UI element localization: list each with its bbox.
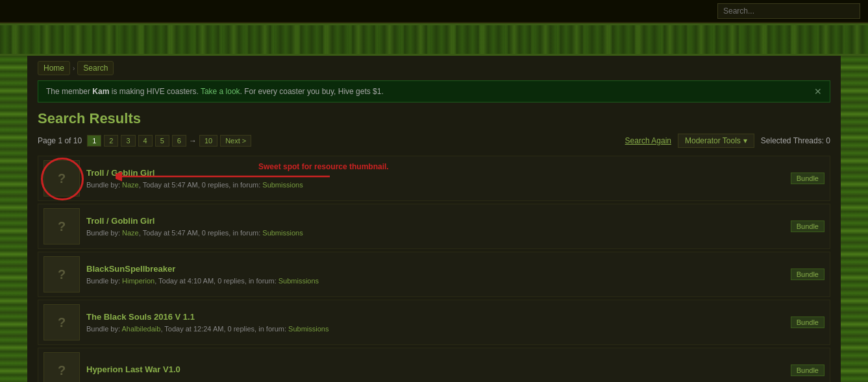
- result-badge-0: Bundle: [791, 173, 825, 184]
- result-badge-4: Bundle: [791, 364, 825, 376]
- search-again-button[interactable]: Search Again: [625, 136, 671, 145]
- result-forum-0[interactable]: Submissions: [262, 181, 303, 189]
- result-meta-3: Bundle by: Ahalbiledaib, Today at 12:24 …: [86, 325, 329, 333]
- page-btn-last[interactable]: 10: [199, 135, 217, 147]
- moderator-tools-label: Moderator Tools: [685, 136, 741, 145]
- chevron-down-icon: ▾: [743, 136, 747, 145]
- notification-suffix: . For every coaster you buy, Hive gets $…: [240, 87, 384, 96]
- page-btn-5[interactable]: 5: [155, 135, 169, 147]
- breadcrumb-home[interactable]: Home: [38, 61, 70, 75]
- selected-threads-label: Selected Threads: 0: [761, 136, 830, 145]
- content-area: Home › Search The member Kam is making H…: [27, 56, 841, 382]
- annotation-wrapper: ? Troll / Goblin Girl Bundle by: Naze, T…: [38, 156, 830, 201]
- result-info-2: BlackSunSpellbreaker Bundle by: Himperio…: [86, 264, 786, 285]
- result-badge-2: Bundle: [791, 269, 825, 280]
- result-info-0: Troll / Goblin Girl Bundle by: Naze, Tod…: [86, 168, 786, 189]
- vine-col-right: [841, 56, 868, 382]
- moderator-tools-button[interactable]: Moderator Tools ▾: [678, 134, 754, 148]
- result-author-1[interactable]: Naze: [122, 229, 139, 237]
- result-title-1[interactable]: Troll / Goblin Girl: [86, 216, 786, 226]
- thumb-placeholder-icon: ?: [58, 171, 66, 186]
- pagination-left: Page 1 of 10 1 2 3 4 5 6 → 10 Next >: [38, 135, 251, 147]
- page-btn-2[interactable]: 2: [104, 135, 118, 147]
- result-title-3[interactable]: The Black Souls 2016 V 1.1: [86, 312, 786, 322]
- page-btn-1[interactable]: 1: [87, 135, 101, 147]
- notification-close-button[interactable]: ✕: [814, 86, 822, 97]
- page-info: Page 1 of 10: [38, 136, 82, 145]
- page-btn-3[interactable]: 3: [121, 135, 135, 147]
- result-title-0[interactable]: Troll / Goblin Girl: [86, 168, 786, 178]
- result-thumb-0: ?: [43, 160, 80, 197]
- result-thumb-1: ?: [43, 208, 80, 245]
- notification-link[interactable]: Take a look: [201, 87, 240, 96]
- thumb-placeholder-icon-2: ?: [58, 267, 66, 282]
- result-thumb-2: ?: [43, 256, 80, 292]
- page-btn-next[interactable]: Next >: [220, 135, 251, 147]
- result-meta-1: Bundle by: Naze, Today at 5:47 AM, 0 rep…: [86, 229, 303, 237]
- result-row-3: ? The Black Souls 2016 V 1.1 Bundle by: …: [38, 300, 830, 345]
- result-row-1: ? Troll / Goblin Girl Bundle by: Naze, T…: [38, 204, 830, 249]
- notification-member: Kam: [92, 87, 109, 96]
- result-title-4[interactable]: Hyperion Last War V1.0: [86, 364, 786, 374]
- breadcrumb-sep1: ›: [73, 65, 75, 72]
- result-forum-2[interactable]: Submissions: [279, 277, 319, 285]
- result-thumb-4: ?: [43, 352, 80, 382]
- result-info-1: Troll / Goblin Girl Bundle by: Naze, Tod…: [86, 216, 786, 237]
- result-row-2: ? BlackSunSpellbreaker Bundle by: Himper…: [38, 252, 830, 297]
- search-results-title: Search Results: [38, 110, 830, 127]
- result-meta-2: Bundle by: Himperion, Today at 4:10 AM, …: [86, 277, 319, 285]
- result-author-0[interactable]: Naze: [122, 181, 139, 189]
- result-forum-3[interactable]: Submissions: [288, 325, 329, 333]
- page-btn-6[interactable]: 6: [172, 135, 186, 147]
- notification-mid: is making HIVE coasters.: [109, 87, 201, 96]
- result-info-4: Hyperion Last War V1.0: [86, 364, 786, 376]
- result-row-0: ? Troll / Goblin Girl Bundle by: Naze, T…: [38, 156, 830, 201]
- results-list: ? Troll / Goblin Girl Bundle by: Naze, T…: [38, 156, 830, 382]
- result-badge-3: Bundle: [791, 316, 825, 328]
- pagination-row: Page 1 of 10 1 2 3 4 5 6 → 10 Next > Sea…: [38, 134, 830, 148]
- main-wrapper: Home › Search The member Kam is making H…: [0, 56, 868, 382]
- result-author-3[interactable]: Ahalbiledaib: [121, 325, 160, 333]
- notification-banner: The member Kam is making HIVE coasters. …: [38, 80, 830, 102]
- thumb-placeholder-icon-3: ?: [58, 315, 66, 330]
- result-info-3: The Black Souls 2016 V 1.1 Bundle by: Ah…: [86, 312, 786, 333]
- top-bar: [0, 0, 868, 23]
- page-dots: →: [189, 136, 197, 145]
- result-thumb-3: ?: [43, 304, 80, 340]
- result-author-2[interactable]: Himperion: [122, 277, 155, 285]
- thumb-placeholder-icon-4: ?: [58, 363, 66, 378]
- breadcrumb-search[interactable]: Search: [77, 61, 114, 75]
- page-btn-4[interactable]: 4: [138, 135, 153, 147]
- result-badge-1: Bundle: [791, 221, 825, 232]
- notification-prefix: The member: [46, 87, 92, 96]
- search-input[interactable]: [717, 3, 860, 19]
- vine-border-top: [0, 23, 868, 56]
- result-forum-1[interactable]: Submissions: [262, 229, 303, 237]
- result-row-4: ? Hyperion Last War V1.0 Bundle: [38, 348, 830, 382]
- vine-col-left: [0, 56, 27, 382]
- result-meta-0: Bundle by: Naze, Today at 5:47 AM, 0 rep…: [86, 181, 303, 189]
- pagination-right: Search Again Moderator Tools ▾ Selected …: [625, 134, 830, 148]
- notification-text: The member Kam is making HIVE coasters. …: [46, 87, 384, 96]
- thumb-placeholder-icon-1: ?: [58, 219, 66, 234]
- result-title-2[interactable]: BlackSunSpellbreaker: [86, 264, 786, 274]
- breadcrumb: Home › Search: [38, 56, 830, 80]
